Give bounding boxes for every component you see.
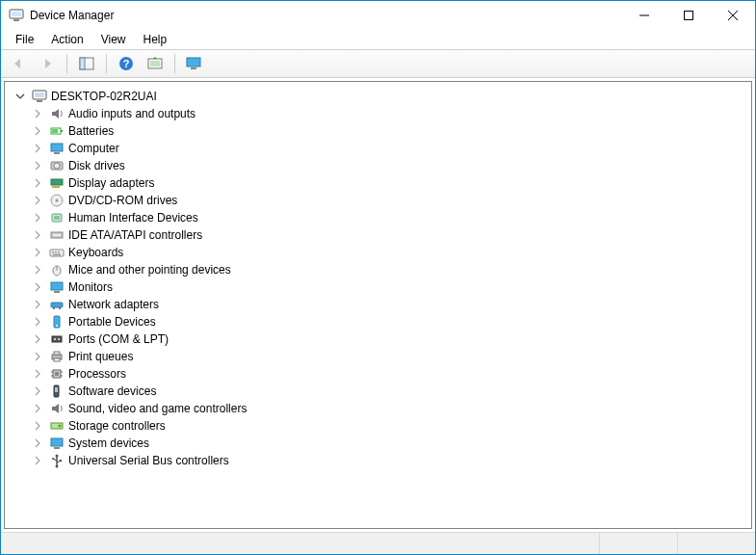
menu-action[interactable]: Action (42, 31, 91, 48)
tree-node-label: Print queues (68, 350, 133, 363)
chevron-right-icon[interactable] (32, 143, 43, 154)
tree-node[interactable]: Software devices (32, 383, 747, 400)
tree-node[interactable]: Ports (COM & LPT) (32, 330, 747, 348)
tree-node[interactable]: Keyboards (32, 244, 747, 261)
svg-rect-40 (51, 282, 63, 290)
tree-node-label: Software devices (68, 384, 156, 398)
tree-node[interactable]: IDE ATA/ATAPI controllers (32, 226, 747, 244)
chevron-right-icon[interactable] (32, 264, 43, 276)
tree-root[interactable]: DESKTOP-02R2UAI (14, 88, 747, 105)
svg-rect-68 (60, 460, 62, 462)
toolbar-forward-button[interactable] (36, 52, 59, 75)
chevron-right-icon[interactable] (32, 420, 43, 432)
chevron-right-icon[interactable] (32, 351, 43, 362)
chevron-right-icon[interactable] (32, 437, 43, 449)
svg-point-28 (56, 199, 59, 202)
svg-rect-60 (55, 387, 58, 392)
tree-node[interactable]: Monitors (32, 278, 747, 296)
toolbar-help-button[interactable]: ? (115, 52, 138, 75)
scan-icon (147, 56, 163, 71)
status-bar (1, 532, 755, 554)
tree-node[interactable]: Portable Devices (32, 313, 747, 330)
svg-rect-44 (59, 307, 61, 309)
chevron-right-icon[interactable] (32, 195, 43, 206)
chevron-down-icon[interactable] (14, 91, 26, 102)
tree-node[interactable]: Sound, video and game controllers (32, 400, 747, 417)
close-button[interactable] (711, 1, 755, 30)
portable-icon (49, 314, 65, 330)
port-icon (49, 331, 65, 347)
chevron-right-icon[interactable] (32, 247, 43, 258)
minimize-button[interactable] (622, 1, 666, 30)
toolbar-back-button[interactable] (7, 52, 30, 75)
chevron-right-icon[interactable] (32, 299, 43, 310)
device-tree-pane[interactable]: DESKTOP-02R2UAI Audio inputs and outputs… (4, 81, 752, 529)
tree-node[interactable]: Disk drives (32, 157, 747, 174)
chevron-right-icon[interactable] (32, 455, 43, 466)
chevron-right-icon[interactable] (32, 281, 43, 293)
svg-rect-25 (51, 179, 63, 185)
svg-rect-48 (54, 338, 56, 340)
keyboard-icon (49, 245, 65, 260)
chevron-right-icon[interactable] (32, 108, 43, 119)
tree-node-label: Ports (COM & LPT) (68, 332, 169, 346)
chevron-right-icon[interactable] (32, 403, 43, 414)
tree-node[interactable]: Audio inputs and outputs (32, 105, 747, 122)
svg-rect-37 (53, 254, 61, 256)
software-icon (49, 383, 65, 399)
svg-point-67 (52, 458, 54, 460)
toolbar-console-tree-button[interactable] (75, 52, 98, 75)
tree-node[interactable]: Print queues (32, 348, 747, 365)
menu-help[interactable]: Help (135, 31, 176, 48)
toolbar-scan-button[interactable] (143, 52, 167, 75)
tree-node-label: IDE ATA/ATAPI controllers (68, 228, 202, 242)
titlebar: Device Manager (1, 1, 755, 30)
svg-point-46 (56, 325, 58, 327)
status-cell (1, 533, 600, 554)
chevron-right-icon[interactable] (32, 333, 43, 345)
tree-node[interactable]: Display adapters (32, 174, 747, 192)
tree-node-label: Sound, video and game controllers (68, 402, 247, 415)
maximize-button[interactable] (666, 1, 711, 30)
svg-rect-51 (54, 352, 60, 355)
tree-node[interactable]: System devices (32, 435, 747, 452)
tree-node[interactable]: Storage controllers (32, 417, 747, 435)
window-title: Device Manager (30, 9, 622, 22)
svg-rect-2 (13, 19, 19, 21)
network-icon (49, 297, 65, 312)
chevron-right-icon[interactable] (32, 385, 43, 397)
tree-node-label: Human Interface Devices (68, 211, 198, 225)
hid-icon (49, 210, 65, 225)
chevron-right-icon[interactable] (32, 177, 43, 189)
display-adapter-icon (49, 175, 65, 191)
tree-node[interactable]: Human Interface Devices (32, 209, 747, 226)
svg-rect-49 (58, 338, 60, 340)
tree-node-label: Processors (68, 367, 126, 381)
menu-file[interactable]: File (7, 31, 42, 48)
tree-node[interactable]: Network adapters (32, 296, 747, 313)
svg-rect-16 (35, 92, 44, 97)
svg-rect-35 (55, 251, 57, 253)
svg-rect-19 (61, 130, 63, 132)
tree-node[interactable]: Mice and other pointing devices (32, 261, 747, 278)
svg-rect-32 (53, 234, 61, 236)
tree-node[interactable]: Universal Serial Bus controllers (32, 452, 747, 469)
svg-rect-63 (51, 438, 63, 446)
chevron-right-icon[interactable] (32, 212, 43, 224)
tree-node[interactable]: Computer (32, 140, 747, 157)
svg-rect-47 (52, 336, 62, 342)
chevron-right-icon[interactable] (32, 316, 43, 328)
tree-node[interactable]: Batteries (32, 122, 747, 140)
arrow-right-icon (39, 56, 55, 71)
chevron-right-icon[interactable] (32, 229, 43, 241)
chevron-right-icon[interactable] (32, 368, 43, 380)
svg-rect-30 (54, 216, 60, 220)
tree-node[interactable]: DVD/CD-ROM drives (32, 192, 747, 209)
chevron-right-icon[interactable] (32, 125, 43, 137)
menu-view[interactable]: View (92, 31, 135, 48)
svg-rect-42 (51, 303, 63, 307)
toolbar-add-legacy-button[interactable] (183, 52, 206, 75)
svg-rect-54 (55, 372, 59, 376)
chevron-right-icon[interactable] (32, 160, 43, 172)
tree-node[interactable]: Processors (32, 365, 747, 383)
